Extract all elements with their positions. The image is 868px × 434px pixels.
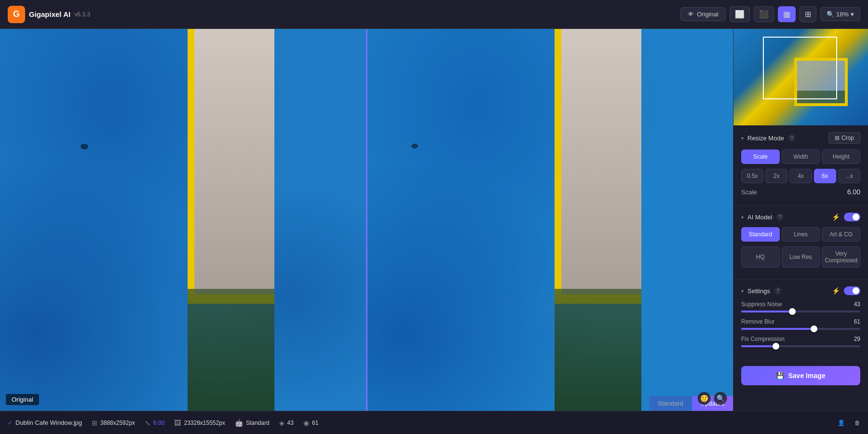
settings-section: ▾ Settings ? ⚡ Suppress Noise 43 — [733, 280, 868, 360]
width-mode-button[interactable]: Width — [782, 149, 820, 164]
height-mode-button[interactable]: Height — [822, 149, 860, 164]
fix-compression-fill — [741, 345, 776, 347]
remove-blur-label: Remove Blur — [741, 318, 774, 325]
crop-label: Crop — [841, 135, 854, 141]
filename-text: Dublin Cafe Window.jpg — [15, 419, 82, 426]
resize-mode-buttons: Scale Width Height — [741, 149, 860, 164]
header-controls: 👁 Original ⬜ ⬛ ▦ ⊞ 🔍 18% ▾ — [680, 6, 860, 22]
hq-model-button[interactable]: HQ — [741, 246, 780, 268]
scale-mode-button[interactable]: Scale — [741, 149, 780, 164]
zoom-chevron-icon: ▾ — [851, 11, 854, 18]
right-plant-area — [555, 289, 641, 411]
blur-icon: ◉ — [303, 419, 309, 427]
fix-compression-thumb[interactable] — [773, 343, 779, 350]
scale-4x-button[interactable]: 4x — [789, 169, 812, 183]
zoom-level: 18% — [836, 11, 849, 18]
checkmark-icon: ✓ — [8, 420, 13, 426]
view-split-horizontal-button[interactable]: ▦ — [778, 6, 796, 22]
ai-model-section: ▾ AI Model ? ⚡ Standard Lines Art & CG H… — [733, 206, 868, 280]
fix-compression-track — [741, 345, 860, 347]
right-window-frame — [555, 29, 641, 304]
output-size-item: 🖼 23328x15552px — [174, 419, 225, 427]
app-version: v6.3.3 — [74, 11, 90, 18]
user-icon-item[interactable]: 👤 — [838, 420, 845, 426]
original-panel: Original — [0, 29, 367, 411]
art-cg-model-button[interactable]: Art & CG — [822, 227, 860, 242]
ai-model-title: AI Model — [747, 214, 772, 221]
compare-smiley-button[interactable]: 🙂 — [697, 392, 711, 405]
scale-05x-button[interactable]: 0.5x — [741, 169, 763, 183]
scale-custom-button[interactable]: ...x — [838, 169, 860, 183]
wall-mark-1 — [81, 144, 88, 149]
noise-icon: ◈ — [279, 419, 285, 427]
scale-2x-button[interactable]: 2x — [765, 169, 787, 183]
trash-icon-item[interactable]: 🗑 — [854, 420, 860, 426]
app-logo-icon: G — [8, 6, 25, 23]
resize-chevron-icon: ▾ — [741, 136, 744, 141]
resize-mode-section: ▾ Resize Mode ? ⊞ Crop Scale Width Heigh… — [733, 125, 868, 206]
original-label: Original — [697, 11, 719, 18]
split-divider — [366, 29, 367, 411]
model-value: Standard — [246, 420, 270, 426]
suppress-noise-track — [741, 311, 860, 312]
scale-6x-button[interactable]: 6x — [814, 169, 836, 183]
remove-blur-row: Remove Blur 61 — [741, 318, 860, 330]
ai-model-header: ▾ AI Model ? ⚡ — [741, 213, 860, 221]
bottom-bar: ✓ Dublin Cafe Window.jpg ⊞ 3888x2592px ⤡… — [0, 411, 868, 434]
suppress-noise-fill — [741, 311, 792, 312]
original-label-badge: Original — [6, 394, 39, 405]
trash-icon: 🗑 — [854, 420, 860, 426]
save-btn-area: 💾 Save Image — [733, 360, 868, 391]
scale-icon: ⤡ — [145, 419, 150, 427]
fix-compression-value: 29 — [854, 336, 860, 342]
ai-model-buttons: Standard Lines Art & CG — [741, 227, 860, 242]
noise-item: ◈ 43 — [279, 419, 294, 427]
ai-sub-model-buttons: HQ Low Res Very Compressed — [741, 246, 860, 268]
standard-model-button[interactable]: Standard — [741, 227, 780, 242]
fix-compression-label-row: Fix Compression 29 — [741, 336, 860, 342]
left-window-area — [188, 29, 274, 411]
remove-blur-value: 61 — [854, 318, 860, 325]
resize-mode-help-icon: ? — [788, 134, 796, 142]
ai-model-chevron-icon: ▾ — [741, 215, 744, 220]
ai-model-toggle-area: ⚡ — [832, 213, 860, 221]
fix-compression-label: Fix Compression — [741, 336, 785, 342]
crop-button[interactable]: ⊞ Crop — [828, 132, 860, 144]
low-res-model-button[interactable]: Low Res — [782, 246, 820, 268]
remove-blur-thumb[interactable] — [811, 326, 817, 332]
right-window-area — [555, 29, 641, 411]
compare-magnify-button[interactable]: 🔍 — [714, 392, 727, 405]
zoom-control[interactable]: 🔍 18% ▾ — [820, 7, 860, 21]
scale-number: 6.00 — [847, 188, 860, 196]
ai-model-toggle[interactable] — [844, 213, 860, 221]
scale-preset-buttons: 0.5x 2x 4x 6x ...x — [741, 169, 860, 183]
zoom-icon: 🔍 — [827, 11, 834, 18]
suppress-noise-row: Suppress Noise 43 — [741, 301, 860, 312]
thumbnail-area — [733, 29, 868, 125]
settings-help-icon: ? — [774, 287, 782, 295]
canvas-area: Original Standard Updated — [0, 29, 733, 411]
original-toggle-button[interactable]: 👁 Original — [680, 7, 726, 21]
remove-blur-label-row: Remove Blur 61 — [741, 318, 860, 325]
noise-value: 43 — [287, 420, 294, 426]
save-image-button[interactable]: 💾 Save Image — [741, 366, 860, 385]
settings-toggle[interactable] — [844, 286, 860, 295]
scale-value-row: Scale 6.00 — [741, 188, 860, 196]
thumbnail-image — [733, 29, 868, 125]
output-size-value: 23328x15552px — [184, 420, 225, 426]
scale-label: Scale — [741, 189, 757, 196]
view-quad-button[interactable]: ⊞ — [800, 6, 816, 22]
source-size-value: 3888x2592px — [100, 420, 135, 426]
left-window-frame — [188, 29, 274, 304]
lines-model-button[interactable]: Lines — [782, 227, 820, 242]
resize-mode-title: Resize Mode — [747, 135, 784, 142]
save-label: Save Image — [788, 372, 825, 380]
view-split-vertical-button[interactable]: ⬛ — [754, 6, 774, 22]
thumbnail-viewport-rect[interactable] — [763, 37, 837, 99]
suppress-noise-thumb[interactable] — [789, 308, 796, 315]
source-size-item: ⊞ 3888x2592px — [92, 419, 135, 427]
very-compressed-model-button[interactable]: Very Compressed — [822, 246, 860, 268]
status-standard: Standard — [649, 396, 692, 411]
view-single-button[interactable]: ⬜ — [730, 6, 750, 22]
settings-chevron-icon: ▾ — [741, 288, 744, 294]
